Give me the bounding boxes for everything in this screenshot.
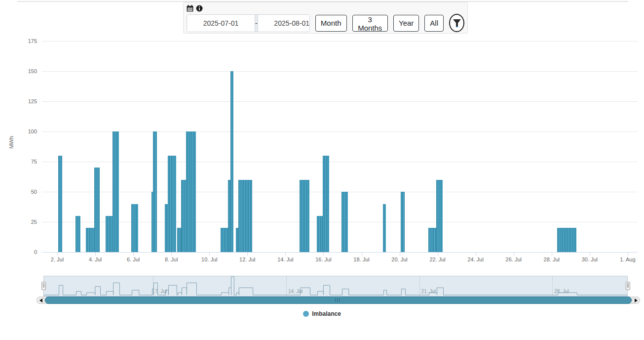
y-tick-label: 50 — [0, 189, 37, 195]
bar[interactable] — [323, 156, 329, 252]
x-tick-label: 6. Jul — [118, 256, 148, 262]
x-tick-label: 8. Jul — [156, 256, 186, 262]
x-tick-label: 28. Jul — [537, 256, 567, 262]
date-range-separator: - — [255, 15, 258, 32]
y-tick-label: 0 — [0, 249, 37, 255]
gridline-75 — [42, 162, 638, 162]
x-tick-mark — [285, 253, 286, 255]
calendar-icon — [187, 5, 193, 12]
bar[interactable] — [238, 180, 252, 252]
bar[interactable] — [131, 204, 138, 253]
x-tick-mark — [438, 253, 438, 255]
gridline-150 — [42, 71, 638, 72]
x-tick-mark — [57, 253, 58, 255]
bar[interactable] — [186, 131, 196, 252]
x-tick-mark — [476, 253, 476, 255]
x-tick-mark — [323, 253, 324, 255]
scrollbar-left-button[interactable] — [37, 297, 45, 304]
navigator-handle-right[interactable] — [626, 282, 630, 290]
x-axis-line — [42, 252, 638, 253]
toolbar-icon-row — [187, 4, 464, 13]
info-icon[interactable] — [196, 5, 203, 12]
x-tick-label: 4. Jul — [80, 256, 110, 262]
bar[interactable] — [230, 71, 233, 252]
arrow-right-icon — [635, 298, 638, 302]
x-tick-mark — [209, 253, 210, 255]
x-tick-label: 1. Aug — [613, 256, 643, 262]
range-button-year[interactable]: Year — [393, 15, 419, 32]
bar[interactable] — [557, 228, 576, 252]
x-tick-mark — [362, 253, 362, 255]
date-from-input[interactable] — [187, 15, 255, 32]
y-axis-title: MWh — [8, 135, 14, 150]
imbalance-chart-page: - Month 3 Months Year All MWh 0255075100… — [0, 0, 644, 340]
bar[interactable] — [106, 216, 113, 252]
bar[interactable] — [76, 216, 80, 252]
gridline-100 — [42, 131, 638, 132]
bar[interactable] — [181, 180, 186, 252]
y-tick-label: 100 — [0, 128, 37, 135]
y-tick-label: 75 — [0, 159, 37, 165]
bar[interactable] — [436, 180, 443, 252]
bar[interactable] — [383, 204, 386, 253]
bar[interactable] — [177, 228, 181, 252]
x-tick-label: 30. Jul — [575, 256, 605, 262]
range-button-3months[interactable]: 3 Months — [352, 15, 388, 32]
x-tick-label: 26. Jul — [499, 256, 529, 262]
bar[interactable] — [221, 228, 228, 252]
x-tick-mark — [400, 253, 400, 255]
gridline-125 — [42, 101, 638, 102]
scrollbar-right-button[interactable] — [632, 297, 640, 304]
x-tick-mark — [514, 253, 514, 255]
x-tick-label: 12. Jul — [232, 256, 262, 262]
bar[interactable] — [428, 228, 436, 252]
filter-button[interactable] — [449, 14, 464, 32]
chart-toolbar: - Month 3 Months Year All — [183, 2, 468, 34]
x-tick-label: 14. Jul — [270, 256, 300, 262]
x-tick-label: 2. Jul — [42, 256, 72, 262]
bar[interactable] — [113, 131, 119, 252]
bar[interactable] — [300, 180, 309, 252]
gridline-175 — [42, 41, 638, 42]
bar[interactable] — [317, 216, 323, 252]
date-range-group: - — [187, 14, 310, 32]
legend-label: Imbalance — [312, 310, 341, 317]
x-tick-mark — [95, 253, 96, 255]
filter-icon — [453, 19, 461, 28]
y-tick-label: 150 — [0, 68, 37, 75]
x-tick-mark — [171, 253, 172, 255]
x-tick-label: 10. Jul — [194, 256, 224, 262]
toolbar-controls: - Month 3 Months Year All — [187, 14, 464, 32]
gridline-50 — [42, 192, 638, 192]
bar[interactable] — [94, 168, 100, 252]
bar[interactable] — [86, 228, 94, 252]
legend-item-imbalance[interactable]: Imbalance — [0, 310, 644, 317]
y-tick-label: 175 — [0, 38, 37, 44]
x-tick-label: 24. Jul — [461, 256, 491, 262]
legend-marker-icon — [303, 311, 309, 317]
x-tick-mark — [552, 253, 552, 255]
navigator-series-line — [43, 276, 628, 297]
x-tick-mark — [133, 253, 134, 255]
range-button-all[interactable]: All — [424, 15, 444, 32]
date-to-input[interactable] — [258, 15, 310, 32]
x-tick-mark — [628, 253, 628, 255]
bar[interactable] — [153, 131, 157, 252]
bar[interactable] — [168, 156, 176, 252]
x-tick-label: 18. Jul — [347, 256, 377, 262]
bar[interactable] — [401, 192, 405, 252]
y-tick-label: 25 — [0, 219, 37, 225]
x-tick-label: 16. Jul — [308, 256, 338, 262]
x-tick-label: 20. Jul — [385, 256, 415, 262]
x-tick-mark — [247, 253, 248, 255]
bar[interactable] — [341, 192, 348, 252]
range-button-month[interactable]: Month — [315, 15, 347, 32]
x-tick-mark — [590, 253, 590, 255]
arrow-left-icon — [39, 298, 42, 302]
bar[interactable] — [58, 156, 62, 252]
y-tick-label: 125 — [0, 98, 37, 105]
x-tick-label: 22. Jul — [423, 256, 453, 262]
navigator-handle-left[interactable] — [41, 282, 46, 290]
scrollbar-grip-icon — [335, 298, 340, 302]
